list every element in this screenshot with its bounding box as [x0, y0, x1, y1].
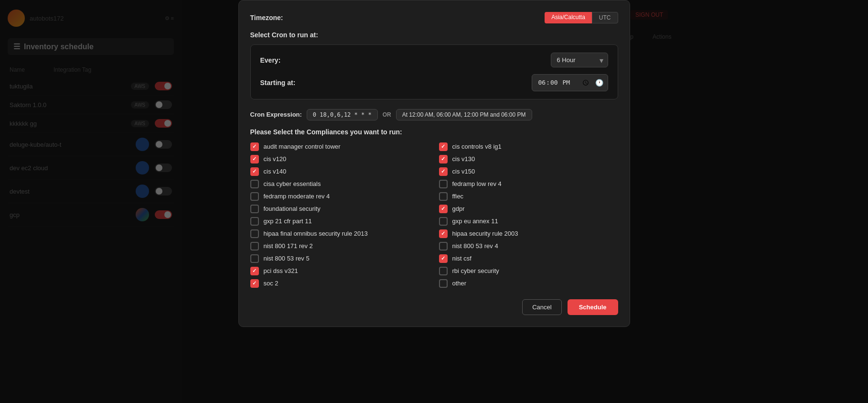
compliance-checkbox[interactable] [439, 279, 448, 288]
compliance-right-col: cis controls v8 ig1 cis v130 cis v150 fe… [439, 142, 618, 288]
compliance-checkbox[interactable] [439, 229, 448, 238]
compliance-checkbox[interactable] [250, 155, 259, 163]
compliance-item[interactable]: cis controls v8 ig1 [439, 142, 618, 151]
compliance-item[interactable]: hipaa security rule 2003 [439, 229, 618, 238]
compliance-checkbox[interactable] [250, 142, 259, 151]
cron-expression-row: Cron Expression: 0 18,0,6,12 * * * OR At… [250, 109, 618, 120]
compliance-checkbox[interactable] [439, 192, 448, 201]
every-select-wrapper[interactable]: 1 Hour 2 Hour 4 Hour 6 Hour 8 Hour 12 Ho… [551, 53, 608, 67]
compliance-checkbox[interactable] [250, 217, 259, 226]
compliance-item[interactable]: fedramp moderate rev 4 [250, 192, 429, 201]
timezone-asia-button[interactable]: Asia/Calcutta [545, 12, 592, 23]
every-label: Every: [260, 56, 318, 64]
compliance-item[interactable]: nist 800 53 rev 4 [439, 242, 618, 251]
every-row: Every: 1 Hour 2 Hour 4 Hour 6 Hour 8 Hou… [260, 53, 608, 67]
compliance-checkbox[interactable] [439, 217, 448, 226]
compliance-item[interactable]: pci dss v321 [250, 267, 429, 275]
compliance-item[interactable]: cis v140 [250, 167, 429, 176]
timezone-utc-button[interactable]: UTC [592, 12, 618, 23]
compliance-item[interactable]: other [439, 279, 618, 288]
time-input-wrapper[interactable]: 🕐 [532, 74, 608, 91]
compliance-checkbox[interactable] [439, 167, 448, 176]
compliance-checkbox[interactable] [250, 180, 259, 188]
cancel-button[interactable]: Cancel [522, 299, 561, 315]
every-select[interactable]: 1 Hour 2 Hour 4 Hour 6 Hour 8 Hour 12 Ho… [551, 53, 608, 67]
compliance-checkbox[interactable] [439, 142, 448, 151]
compliance-checkbox[interactable] [250, 205, 259, 213]
compliance-item[interactable]: cis v130 [439, 155, 618, 163]
compliance-item[interactable]: gxp 21 cfr part 11 [250, 217, 429, 226]
compliance-checkbox[interactable] [439, 254, 448, 263]
compliance-checkbox[interactable] [250, 254, 259, 263]
compliance-item[interactable]: nist csf [439, 254, 618, 263]
compliance-checkbox[interactable] [250, 192, 259, 201]
cron-human-readable: At 12:00 AM, 06:00 AM, 12:00 PM and 06:0… [396, 109, 532, 120]
compliance-item[interactable]: soc 2 [250, 279, 429, 288]
compliance-item[interactable]: fedramp low rev 4 [439, 180, 618, 188]
schedule-button[interactable]: Schedule [568, 299, 618, 315]
compliance-checkbox[interactable] [439, 155, 448, 163]
starting-at-row: Starting at: 🕐 [260, 74, 608, 91]
compliance-item[interactable]: foundational security [250, 205, 429, 213]
compliance-checkbox[interactable] [250, 279, 259, 288]
compliance-checkbox[interactable] [250, 229, 259, 238]
compliance-title: Please Select the Compliances you want t… [250, 128, 618, 136]
select-cron-label: Select Cron to run at: [250, 31, 618, 39]
timezone-selector[interactable]: Asia/Calcutta UTC [545, 12, 618, 23]
compliance-left-col: audit manager control tower cis v120 cis… [250, 142, 429, 288]
compliance-checkbox[interactable] [250, 167, 259, 176]
compliance-checkbox[interactable] [439, 180, 448, 188]
modal-footer: Cancel Schedule [250, 299, 618, 315]
compliance-checkbox[interactable] [250, 267, 259, 275]
starting-at-label: Starting at: [260, 79, 318, 87]
compliance-item[interactable]: gxp eu annex 11 [439, 217, 618, 226]
compliance-item[interactable]: nist 800 171 rev 2 [250, 242, 429, 251]
cron-config-box: Every: 1 Hour 2 Hour 4 Hour 6 Hour 8 Hou… [250, 44, 618, 99]
compliance-checkbox[interactable] [439, 267, 448, 275]
compliance-item[interactable]: cis v150 [439, 167, 618, 176]
compliance-item[interactable]: ffiec [439, 192, 618, 201]
compliance-item[interactable]: cisa cyber essentials [250, 180, 429, 188]
compliance-item[interactable]: hipaa final omnibus security rule 2013 [250, 229, 429, 238]
compliance-checkbox[interactable] [250, 242, 259, 251]
clock-icon: 🕐 [595, 79, 603, 87]
timezone-label: Timezone: [250, 14, 308, 22]
compliance-item[interactable]: cis v120 [250, 155, 429, 163]
compliance-item[interactable]: audit manager control tower [250, 142, 429, 151]
cron-expression-label: Cron Expression: [250, 111, 302, 118]
compliance-item[interactable]: gdpr [439, 205, 618, 213]
compliance-item[interactable]: rbi cyber security [439, 267, 618, 275]
compliance-grid: audit manager control tower cis v120 cis… [250, 142, 618, 288]
schedule-modal: Timezone: Asia/Calcutta UTC Select Cron … [238, 0, 630, 327]
modal-overlay: Timezone: Asia/Calcutta UTC Select Cron … [0, 0, 868, 403]
compliance-checkbox[interactable] [439, 242, 448, 251]
cron-expression-value: 0 18,0,6,12 * * * [307, 109, 378, 120]
compliance-checkbox[interactable] [439, 205, 448, 213]
compliance-item[interactable]: nist 800 53 rev 5 [250, 254, 429, 263]
or-text: OR [383, 111, 391, 118]
timezone-row: Timezone: Asia/Calcutta UTC [250, 12, 618, 23]
